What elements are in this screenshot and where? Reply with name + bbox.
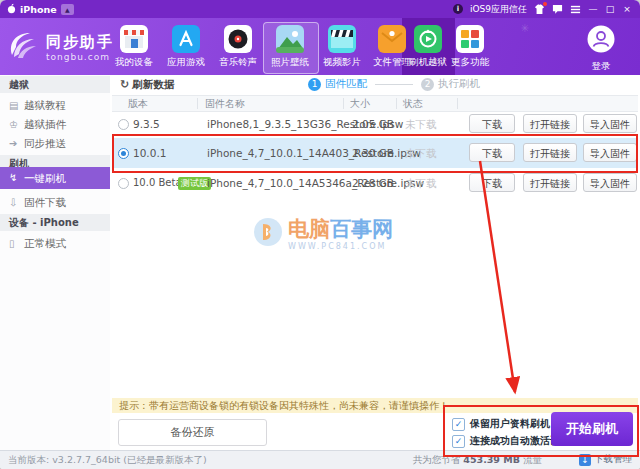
brand-name: 同步助手 (46, 33, 114, 52)
login-label: 登录 (575, 60, 627, 73)
col-firmware-name: 固件名称 (205, 97, 245, 110)
carrier-lock-tip: 提示：带有运营商设备锁的有锁设备因其特殊性，尚未兼容，请谨慎操作！ (112, 398, 638, 413)
nav-video[interactable]: 视频影片 (316, 25, 368, 69)
appstore-icon (160, 25, 212, 53)
sidebar-item-one-key-flash[interactable]: ↯一键刷机 (0, 167, 110, 189)
watermark-title-1: 电脑 (288, 217, 330, 241)
clapperboard-icon (316, 25, 368, 53)
checkbox-checked-icon[interactable]: ✓ (452, 418, 465, 431)
nav-label: 我的设备 (108, 56, 160, 69)
tongbu-wing-icon (6, 27, 42, 67)
nav-more-features[interactable]: 更多功能 (444, 25, 496, 69)
status-cell: 未下载 (405, 118, 437, 132)
brand-domain: tongbu.com (46, 52, 114, 62)
theme-skin-icon[interactable] (534, 4, 545, 15)
start-flash-button[interactable]: 开始刷机 (551, 412, 633, 446)
col-status: 状态 (403, 97, 423, 110)
import-firmware-button[interactable]: 导入固件 (583, 143, 637, 162)
minimize-button[interactable]: — (588, 4, 598, 14)
vinyl-record-icon (212, 25, 264, 53)
sidebar-item-tongbu-push[interactable]: ➔同步推送 (0, 134, 110, 153)
storefront-icon (108, 25, 160, 53)
col-version: 版本 (128, 97, 148, 110)
app-logo: 同步助手tongbu.com (6, 27, 114, 67)
nav-music-ringtones[interactable]: 音乐铃声 (212, 25, 264, 69)
radio-100beta8[interactable] (118, 178, 129, 189)
step-2-label: 执行刷机 (438, 77, 480, 91)
statusbar: 当前版本: v3.2.7.7_64bit (已经是最新版本了) 共为您节省 45… (0, 450, 640, 469)
pc841-logo-icon (253, 217, 283, 251)
titlebar: iPhone ▲ i iOS9应用信任 — □ × (0, 0, 640, 18)
checkbox-checked-icon[interactable]: ✓ (452, 435, 465, 448)
app-window: iPhone ▲ i iOS9应用信任 — □ × ✳ ✳ ✳ 同步助手tong… (0, 0, 640, 469)
option-keep-user-data[interactable]: ✓ 保留用户资料刷机 (452, 417, 550, 431)
nav-label: 视频影片 (316, 56, 368, 69)
download-button[interactable]: 下载 (469, 114, 515, 133)
radio-1001[interactable] (118, 148, 129, 159)
section-jailbreak: 越狱 (0, 76, 110, 93)
feedback-chat-icon[interactable] (552, 4, 563, 15)
step-2-circle: 2 (421, 78, 434, 91)
main-panel: ↻刷新数据 1 固件匹配 2 执行刷机 版本 固件名称 大小 状态 9.3.5 … (110, 75, 640, 450)
download-manager-icon: ↓ (579, 454, 591, 466)
open-link-button[interactable]: 打开链接 (523, 143, 577, 162)
import-firmware-button[interactable]: 导入固件 (583, 173, 637, 192)
step-connector (375, 84, 413, 85)
download-button[interactable]: 下载 (469, 173, 515, 192)
sidebar-item-firmware-download[interactable]: ⇩固件下载 (0, 193, 110, 212)
pc841-watermark: 电脑百事网 WWW.PC841.COM (253, 217, 393, 251)
main-menu-icon[interactable] (570, 4, 581, 15)
nav-label: 照片壁纸 (264, 56, 316, 69)
table-row-100beta8[interactable]: 10.0 Beta8 测试版 iPhone_4,7_10.0_14A5346a_… (112, 168, 638, 198)
version-text: 当前版本: v3.2.7.7_64bit (已经是最新版本了) (8, 454, 207, 467)
import-firmware-button[interactable]: 导入固件 (583, 114, 637, 133)
watermark-title-2: 百事网 (330, 217, 393, 241)
table-row-935[interactable]: 9.3.5 iPhone8,1_9.3.5_13G36_Restore.ipsw… (112, 110, 638, 138)
sidebar-item-jailbreak-tutorial[interactable]: ▤越狱教程 (0, 96, 110, 115)
sparkle-decoration: ✳ (520, 22, 529, 35)
open-link-button[interactable]: 打开链接 (523, 114, 577, 133)
grid-icon (444, 25, 496, 53)
close-button[interactable]: × (622, 4, 632, 14)
nav-label: 音乐铃声 (212, 56, 264, 69)
refresh-data-button[interactable]: ↻刷新数据 (120, 78, 174, 92)
download-box-icon: ⇩ (9, 193, 21, 212)
sidebar: 越狱 ▤越狱教程 ♔越狱插件 ➔同步推送 刷机 ↯一键刷机 ⇩固件下载 设备 -… (0, 75, 111, 450)
login-button[interactable]: 登录 (575, 25, 627, 73)
wing-icon: ➔ (9, 134, 21, 153)
ios9-trust-link[interactable]: iOS9应用信任 (470, 3, 527, 16)
nav-apps-games[interactable]: 应用游戏 (160, 25, 212, 69)
nav-my-devices[interactable]: 我的设备 (108, 25, 160, 69)
device-tab[interactable]: iPhone (20, 4, 57, 15)
size-cell: 2.30 GB (352, 147, 394, 159)
step-indicator: 1 固件匹配 2 执行刷机 (308, 77, 480, 91)
table-row-1001-selected[interactable]: 10.0.1 iPhone_4,7_10.0.1_14A403_Restore.… (112, 138, 638, 168)
sidebar-item-normal-mode[interactable]: ▯正常模式 (0, 234, 110, 253)
step-1-label: 固件匹配 (325, 77, 367, 91)
device-switch-dropdown[interactable]: ▲ (61, 4, 74, 15)
phone-icon: ▯ (9, 234, 21, 253)
lightning-icon: ↯ (9, 167, 21, 189)
backup-restore-button[interactable]: 备份还原 (118, 419, 267, 446)
maximize-button[interactable]: □ (605, 4, 615, 14)
download-manager-button[interactable]: ↓ 下载管理 (579, 453, 632, 466)
watermark-url: WWW.PC841.COM (288, 242, 393, 251)
traffic-saved-value: 453.39 MB (463, 454, 520, 465)
nav-label: 更多功能 (444, 56, 496, 69)
avatar-icon (587, 38, 615, 57)
crown-icon: ♔ (9, 115, 21, 134)
status-cell: 未下载 (405, 147, 437, 161)
photo-icon (264, 25, 316, 53)
size-cell: 2.05 GB (352, 118, 394, 130)
traffic-saved-text: 共为您节省 453.39 MB 流量 (413, 454, 542, 467)
apple-icon (7, 3, 16, 16)
step-1-circle: 1 (308, 78, 321, 91)
sidebar-item-jailbreak-plugins[interactable]: ♔越狱插件 (0, 115, 110, 134)
download-button[interactable]: 下载 (469, 143, 515, 162)
open-link-button[interactable]: 打开链接 (523, 173, 577, 192)
radio-935[interactable] (118, 119, 129, 130)
refresh-icon: ↻ (120, 78, 129, 91)
status-cell: 未下载 (405, 177, 437, 191)
version-cell: 9.3.5 (133, 118, 160, 130)
nav-photos-wallpaper[interactable]: 照片壁纸 (264, 25, 316, 69)
